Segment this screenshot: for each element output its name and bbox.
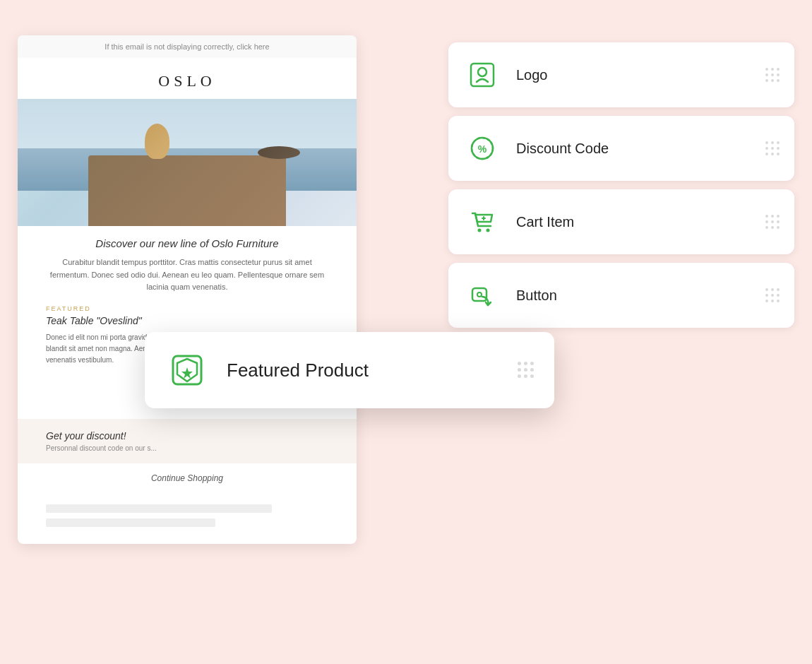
email-hero-image: [18, 99, 357, 226]
email-preview: If this email is not displaying correctl…: [18, 35, 357, 544]
discount-component-name: Discount Code: [516, 141, 751, 157]
placeholder-row-2: [46, 518, 215, 527]
cart-icon: [468, 208, 496, 236]
logo-drag-handle[interactable]: [765, 68, 780, 83]
email-top-bar: If this email is not displaying correctl…: [18, 35, 357, 58]
email-headline: Discover our new line of Oslo Furniture: [46, 237, 328, 249]
svg-rect-7: [472, 288, 486, 301]
button-component-card[interactable]: Button: [448, 263, 794, 328]
logo-component-name: Logo: [516, 67, 751, 83]
button-drag-handle[interactable]: [765, 288, 780, 303]
featured-product-icon: [170, 353, 204, 387]
email-body-text: Curabitur blandit tempus porttitor. Cras…: [46, 256, 328, 294]
email-placeholder-section: [18, 493, 357, 544]
svg-marker-10: [181, 367, 193, 379]
cart-component-name: Cart Item: [516, 214, 751, 230]
featured-icon-wrap: [165, 348, 210, 393]
discount-icon-wrap: %: [462, 129, 502, 168]
cart-icon-wrap: [462, 202, 502, 242]
featured-product-card-wrap: Featured Product: [145, 332, 554, 408]
email-logo: OSLO: [18, 58, 357, 99]
main-container: If this email is not displaying correctl…: [18, 21, 794, 643]
logo-text: OSLO: [158, 72, 215, 90]
discount-icon: %: [468, 134, 496, 162]
featured-component-name: Featured Product: [227, 360, 501, 381]
svg-point-5: [478, 229, 482, 232]
featured-drag-handle[interactable]: [518, 362, 535, 379]
svg-text:%: %: [478, 143, 487, 155]
product-name: Teak Table "Oveslind": [46, 315, 328, 326]
cart-drag-handle[interactable]: [765, 215, 780, 230]
components-panel: Logo % Discount Code: [448, 42, 794, 328]
logo-component-card[interactable]: Logo: [448, 42, 794, 107]
discount-title: Get your discount!: [46, 430, 328, 441]
discount-drag-handle[interactable]: [765, 141, 780, 156]
svg-point-1: [478, 68, 486, 76]
logo-icon-wrap: [462, 55, 502, 95]
featured-label: FEATURED: [46, 305, 328, 312]
continue-shopping-link[interactable]: Continue Shopping: [18, 463, 357, 493]
button-component-name: Button: [516, 287, 751, 304]
discount-subtitle: Personnal discount code on our s...: [46, 444, 328, 452]
discount-section: Get your discount! Personnal discount co…: [18, 419, 357, 463]
button-icon-wrap: [462, 275, 502, 315]
top-bar-text: If this email is not displaying correctl…: [105, 42, 269, 51]
button-icon: [468, 281, 496, 309]
discount-code-component-card[interactable]: % Discount Code: [448, 116, 794, 181]
svg-point-6: [486, 229, 490, 232]
svg-point-8: [477, 292, 482, 297]
featured-product-card[interactable]: Featured Product: [145, 332, 554, 408]
logo-icon: [468, 61, 496, 89]
placeholder-row-1: [46, 504, 272, 513]
cart-item-component-card[interactable]: Cart Item: [448, 189, 794, 254]
